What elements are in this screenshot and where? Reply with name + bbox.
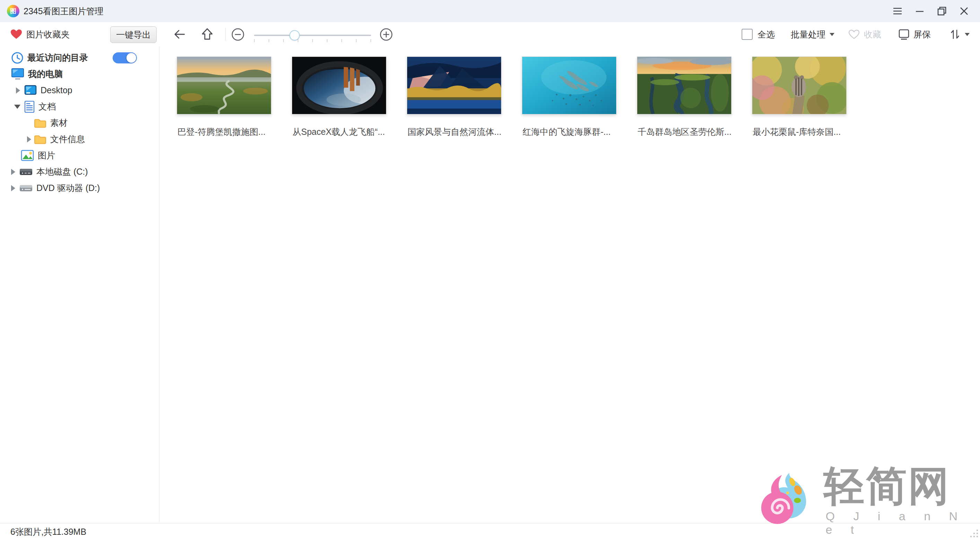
up-arrow-icon[interactable] [200,22,214,46]
expand-arrow-icon[interactable] [10,169,16,175]
gallery-item[interactable]: 国家风景与自然河流体... [407,56,501,138]
sidebar-item-dvd-drive-d[interactable]: DVD 驱动器 (D:) [0,180,159,196]
collapse-arrow-icon[interactable] [14,105,20,109]
heart-outline-icon [848,29,860,40]
batch-process-label: 批量处理 [791,29,826,40]
app-logo-icon: 图 [7,5,19,18]
sidebar-item-pictures[interactable]: 图片 [0,147,159,164]
zoom-slider[interactable] [254,33,371,44]
thumbnail-image-spacex-earth[interactable] [292,56,387,115]
document-icon [24,100,35,113]
thumbnail-caption[interactable]: 巴登-符腾堡凯撒施图... [177,126,271,138]
gallery-item[interactable]: 最小花栗鼠-库特奈国... [752,56,846,138]
watermark: 轻简网 Q J i a n N e t [756,465,980,537]
thumbnail-caption[interactable]: 从SpaceX载人龙飞船“... [292,126,387,138]
watermark-title: 轻简网 [823,465,980,508]
sidebar-item-file-info[interactable]: 文件信息 [0,131,159,147]
red-heart-icon [10,29,22,40]
pictures-icon [21,150,34,161]
chevron-down-icon [830,33,834,36]
thumbnail-caption[interactable]: 国家风景与自然河流体... [407,126,501,138]
thumbnail-caption[interactable]: 最小花栗鼠-库特奈国... [752,126,846,138]
window-controls [886,0,975,22]
watermark-logo-icon [756,465,817,534]
title-bar: 图 2345看图王图片管理 [0,0,980,22]
thumbnail-image-chipmunk[interactable] [752,56,846,115]
sort-dropdown[interactable] [950,22,970,46]
resize-grip[interactable] [967,527,978,537]
app-window: 图 2345看图王图片管理 图片收藏夹 一键导出 [0,0,980,540]
status-summary: 6张图片,共11.39MB [10,526,86,538]
drive-icon [19,167,33,177]
zoom-slider-thumb[interactable] [290,30,300,41]
folder-icon [34,134,46,145]
thumbnail-caption[interactable]: 红海中的飞旋海豚群-... [522,126,616,138]
screensaver-button[interactable]: 屏保 [898,22,931,46]
zoom-slider-track[interactable] [254,35,371,36]
collect-button[interactable]: 收藏 [848,22,881,46]
collect-label: 收藏 [864,29,881,40]
gallery-item[interactable]: 红海中的飞旋海豚群-... [522,56,616,138]
sidebar-item-desktop[interactable]: Desktop [0,82,159,99]
export-button[interactable]: 一键导出 [110,26,157,43]
screen-icon [898,29,910,40]
computer-icon [11,68,24,80]
watermark-text: 轻简网 Q J i a n N e t [823,465,980,537]
gallery-area: 巴登-符腾堡凯撒施图... [160,47,980,522]
thumbnail-image-dolphins[interactable] [522,56,616,115]
close-icon[interactable] [953,0,975,22]
restore-icon[interactable] [931,0,953,22]
sidebar-item-recent[interactable]: 最近访问的目录 [0,49,159,66]
window-title: 2345看图王图片管理 [24,6,103,17]
select-all-label[interactable]: 全选 [757,22,775,46]
menu-icon[interactable] [886,0,908,22]
sidebar-folder-tree: 最近访问的目录 我的电脑 Desktop 文档 [0,47,159,522]
chevron-down-icon [965,33,970,36]
zoom-slider-ticks [254,39,371,43]
gallery-item[interactable]: 巴登-符腾堡凯撒施图... [177,56,271,138]
gallery-item[interactable]: 千岛群岛地区圣劳伦斯... [637,56,732,138]
checkbox-icon[interactable] [741,29,752,40]
sidebar-item-material[interactable]: 素材 [0,115,159,131]
thumbnail-image-islands-river[interactable] [637,56,732,115]
thumbnail-grid: 巴登-符腾堡凯撒施图... [177,56,846,138]
sidebar-item-local-disk-c[interactable]: 本地磁盘 (C:) [0,164,159,180]
sort-arrows-icon [950,28,961,41]
thumbnail-image-mountain-river[interactable] [407,56,501,115]
toolbar: 图片收藏夹 一键导出 [0,22,980,47]
thumbnail-caption[interactable]: 千岛群岛地区圣劳伦斯... [637,126,732,138]
screensaver-label: 屏保 [913,29,931,40]
zoom-out-button[interactable] [231,28,244,41]
batch-process-dropdown[interactable]: 批量处理 [791,22,834,46]
select-all-checkbox[interactable] [741,22,752,46]
monitor-icon [24,85,37,96]
expand-arrow-icon[interactable] [15,88,21,94]
recent-toggle-switch[interactable] [113,53,137,64]
gallery-item[interactable]: 从SpaceX载人龙飞船“... [292,56,387,138]
dvd-drive-icon [19,183,33,193]
clock-icon [11,52,24,64]
favorites-label: 图片收藏夹 [26,29,70,40]
watermark-subtitle: Q J i a n N e t [826,510,980,537]
toolbar-divider [225,28,226,41]
sidebar-item-documents[interactable]: 文档 [0,99,159,115]
expand-arrow-icon[interactable] [26,136,32,142]
back-arrow-icon[interactable] [173,22,186,46]
thumbnail-image-vineyard[interactable] [177,56,271,115]
zoom-in-button[interactable] [380,28,393,41]
favorites-button[interactable]: 图片收藏夹 [10,22,70,46]
minimize-icon[interactable] [908,0,931,22]
sidebar-item-my-computer[interactable]: 我的电脑 [0,66,159,82]
expand-arrow-icon[interactable] [10,185,16,191]
folder-icon [34,118,46,128]
